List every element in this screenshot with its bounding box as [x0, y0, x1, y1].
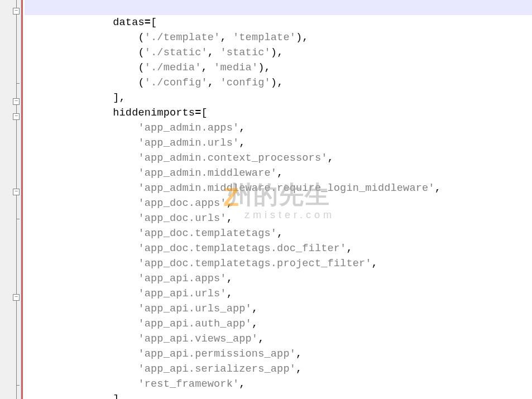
fold-end-tick [16, 83, 20, 84]
fold-end-tick [16, 219, 20, 219]
code-line[interactable]: ('./config', 'config'), [25, 75, 532, 90]
code-line[interactable] [25, 0, 532, 15]
code-line[interactable]: hiddenimports=[ [25, 105, 532, 121]
fold-end-tick [16, 385, 20, 386]
code-line[interactable]: ], [25, 392, 532, 399]
code-line[interactable]: 'app_api.urls', [25, 286, 532, 301]
fold-guide-line [16, 0, 17, 399]
code-line[interactable]: 'app_admin.urls', [25, 136, 532, 151]
code-line[interactable]: 'rest_framework', [25, 377, 532, 392]
gutter: −−−−− [0, 0, 21, 399]
fold-toggle-icon[interactable]: − [13, 98, 20, 105]
code-line[interactable]: 'app_api.auth_app', [25, 316, 532, 331]
code-line[interactable]: 'app_doc.urls', [25, 211, 532, 226]
code-line[interactable]: 'app_doc.templatetags.doc_filter', [25, 241, 532, 256]
code-line[interactable]: ('./template', 'template'), [25, 30, 532, 45]
code-line[interactable]: 'app_doc.templatetags.project_filter', [25, 256, 532, 271]
code-line[interactable]: 'app_admin.context_processors', [25, 151, 532, 166]
code-line[interactable]: 'app_admin.apps', [25, 121, 532, 136]
code-line[interactable]: 'app_doc.templatetags', [25, 226, 532, 241]
code-area[interactable]: Z 州的先生 zmister.com datas=[ ('./template'… [21, 0, 532, 399]
code-line[interactable]: 'app_api.serializers_app', [25, 362, 532, 377]
fold-toggle-icon[interactable]: − [13, 294, 20, 301]
code-line[interactable]: 'app_api.views_app', [25, 331, 532, 347]
code-editor: −−−−− Z 州的先生 zmister.com datas=[ ('./tem… [0, 0, 532, 399]
fold-toggle-icon[interactable]: − [13, 113, 20, 120]
code-line[interactable]: datas=[ [25, 15, 532, 30]
code-line[interactable]: ('./media', 'media'), [25, 60, 532, 75]
code-line[interactable]: ('./static', 'static'), [25, 45, 532, 60]
fold-toggle-icon[interactable]: − [13, 189, 20, 195]
code-line[interactable]: 'app_api.permissions_app', [25, 347, 532, 362]
code-line[interactable]: 'app_admin.middleware', [25, 166, 532, 181]
code-line[interactable]: 'app_api.apps', [25, 271, 532, 286]
change-marker [21, 0, 23, 399]
code-line[interactable]: 'app_admin.middleware.require_login_midd… [25, 181, 532, 196]
code-line[interactable]: ], [25, 90, 532, 105]
fold-toggle-icon[interactable]: − [13, 8, 20, 15]
code-line[interactable]: 'app_doc.apps', [25, 196, 532, 211]
code-lines[interactable]: datas=[ ('./template', 'template'), ('./… [25, 0, 532, 399]
code-line[interactable]: 'app_api.urls_app', [25, 301, 532, 316]
fold-column: −−−−− [13, 0, 21, 399]
